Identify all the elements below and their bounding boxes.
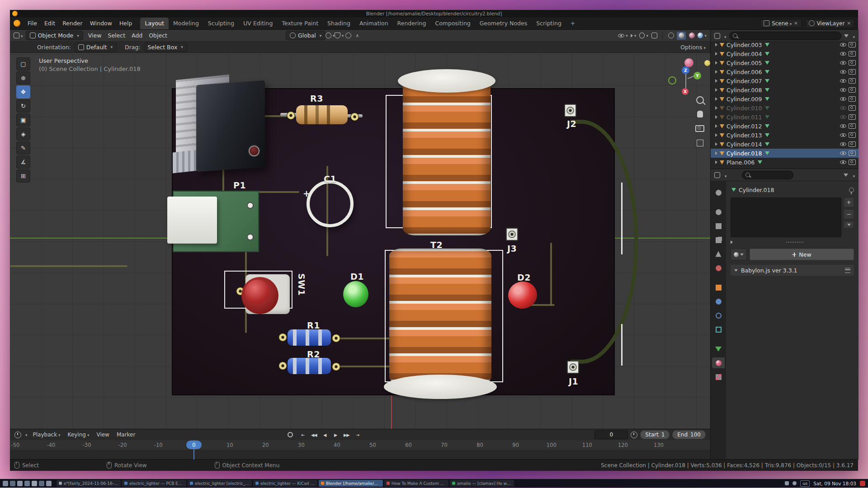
outliner-row[interactable]: Cylinder.004 bbox=[711, 49, 859, 58]
outliner-row[interactable]: Plane.006 bbox=[711, 158, 859, 167]
shading-wireframe-button[interactable] bbox=[666, 32, 675, 40]
disable-in-renders-toggle[interactable] bbox=[849, 42, 856, 47]
expand-icon[interactable] bbox=[715, 52, 717, 56]
expand-icon[interactable] bbox=[715, 70, 717, 74]
disable-in-renders-toggle[interactable] bbox=[849, 69, 856, 75]
taskbar-window-button[interactable]: electric_lighter — PCB Editor bbox=[122, 480, 186, 487]
jack-j2-object[interactable] bbox=[564, 104, 576, 117]
expand-icon[interactable] bbox=[715, 61, 717, 65]
filter-icon[interactable] bbox=[844, 34, 849, 38]
scene-dropdown[interactable]: Scene bbox=[772, 20, 792, 27]
disable-in-renders-toggle[interactable] bbox=[849, 150, 856, 156]
connector-p1-block-object[interactable] bbox=[167, 197, 217, 244]
material-slot-list[interactable] bbox=[731, 197, 841, 237]
orientation-value-dropdown[interactable]: Default bbox=[74, 42, 117, 52]
mode-dropdown[interactable]: Object Mode bbox=[26, 31, 83, 40]
object-name[interactable]: Cylinder.006 bbox=[726, 69, 762, 75]
editor-type-icon[interactable] bbox=[14, 33, 19, 38]
disable-in-renders-toggle[interactable] bbox=[849, 114, 856, 120]
object-name[interactable]: Cylinder.013 bbox=[726, 132, 762, 139]
object-name[interactable]: Cylinder.008 bbox=[726, 87, 762, 94]
taskbar-launcher-icon[interactable] bbox=[24, 481, 30, 486]
object-name[interactable]: Plane.006 bbox=[726, 159, 755, 166]
properties-tab[interactable] bbox=[712, 263, 725, 273]
outliner-row[interactable]: Cylinder.014 bbox=[711, 140, 859, 149]
new-material-button[interactable]: New bbox=[750, 249, 854, 260]
transport-button[interactable]: ▶ bbox=[330, 431, 340, 439]
hide-in-viewport-toggle[interactable] bbox=[840, 42, 846, 47]
gizmo-x-axis[interactable]: X bbox=[682, 88, 689, 95]
drag-grip[interactable] bbox=[786, 242, 803, 243]
disable-in-renders-toggle[interactable] bbox=[849, 51, 856, 56]
taskbar-window-button[interactable]: amalie — [clamav] He wants internet-clau… bbox=[450, 480, 514, 487]
overlays-dropdown[interactable] bbox=[639, 32, 648, 40]
properties-editor-caret[interactable] bbox=[723, 171, 727, 179]
timeline-menu-item[interactable]: Keying bbox=[65, 431, 92, 439]
transport-button[interactable]: ⇤ bbox=[298, 431, 308, 439]
object-name[interactable]: Cylinder.009 bbox=[726, 96, 762, 103]
hide-in-viewport-toggle[interactable] bbox=[840, 69, 846, 75]
object-name[interactable]: Cylinder.003 bbox=[726, 42, 762, 48]
hide-in-viewport-toggle[interactable] bbox=[840, 60, 846, 66]
tool-button[interactable]: ✎ bbox=[16, 141, 30, 155]
resistor-r2-object[interactable] bbox=[288, 358, 331, 374]
object-name[interactable]: Cylinder.010 bbox=[726, 105, 762, 112]
expand-icon[interactable] bbox=[715, 97, 717, 101]
expand-icon[interactable] bbox=[715, 160, 717, 164]
timeline-ruler[interactable]: -50-40-30-20-100102030405060708090100110… bbox=[10, 440, 710, 460]
properties-tab[interactable] bbox=[712, 187, 725, 198]
object-visibility-dropdown[interactable] bbox=[618, 32, 627, 40]
sphere-object[interactable] bbox=[249, 145, 259, 156]
camera-view-control[interactable] bbox=[694, 125, 705, 132]
properties-tab[interactable] bbox=[712, 235, 725, 245]
disable-in-renders-toggle[interactable] bbox=[849, 96, 856, 102]
tool-button[interactable]: ↻ bbox=[16, 99, 30, 113]
auto-keying-toggle[interactable] bbox=[285, 431, 295, 439]
gizmo-minus-axis[interactable] bbox=[668, 76, 676, 84]
blender-menu-icon[interactable] bbox=[14, 20, 20, 27]
jack-j1-object[interactable] bbox=[567, 361, 579, 374]
object-name[interactable]: Cylinder.012 bbox=[726, 123, 762, 130]
properties-tab[interactable] bbox=[712, 343, 725, 354]
object-name[interactable]: Cylinder.005 bbox=[726, 60, 762, 66]
pin-icon[interactable] bbox=[849, 188, 854, 192]
transistor-object[interactable] bbox=[196, 80, 265, 172]
notification-icon[interactable] bbox=[860, 481, 865, 486]
outliner-editor-icon[interactable] bbox=[714, 33, 720, 39]
taskbar-window-button[interactable]: electric_lighter — KiCad 8.0 bbox=[253, 480, 317, 487]
expand-icon[interactable] bbox=[715, 115, 717, 119]
workspace-tab[interactable]: Shading bbox=[323, 18, 355, 29]
disable-in-renders-toggle[interactable] bbox=[849, 78, 856, 84]
outliner-filter-caret[interactable] bbox=[851, 32, 855, 40]
timeline-menu-item[interactable]: Marker bbox=[114, 431, 138, 439]
tool-button[interactable]: ∡ bbox=[16, 155, 30, 169]
playhead[interactable]: 0 bbox=[186, 441, 202, 449]
transport-button[interactable]: ▶▶ bbox=[341, 431, 351, 439]
menu-item[interactable]: Window bbox=[86, 19, 116, 28]
resistor-r3-object[interactable] bbox=[296, 105, 348, 124]
shading-solid-button[interactable] bbox=[677, 32, 686, 40]
expand-icon[interactable] bbox=[715, 79, 717, 83]
timeline-track[interactable] bbox=[10, 450, 710, 460]
viewport-menu-item[interactable]: View bbox=[85, 31, 105, 40]
taskbar-window-button[interactable]: e*[fairly_2024-11-06-16-11-47_crop2] (ex… bbox=[57, 480, 121, 487]
menu-item[interactable]: Render bbox=[59, 19, 86, 28]
object-name[interactable]: Cylinder.004 bbox=[726, 51, 762, 57]
led-d1-object[interactable] bbox=[343, 281, 368, 307]
hide-in-viewport-toggle[interactable] bbox=[840, 78, 846, 84]
taskbar-launcher-icon[interactable] bbox=[39, 481, 44, 486]
frame-start-field[interactable]: Start 1 bbox=[640, 430, 670, 439]
outliner-display-mode-caret[interactable] bbox=[723, 32, 726, 40]
properties-tab[interactable] bbox=[712, 371, 725, 382]
resistor-r1-object[interactable] bbox=[288, 329, 331, 346]
taskbar-window-button[interactable]: Blender [/home/amalie/Desktop/blender/ci… bbox=[319, 480, 383, 487]
properties-tab[interactable] bbox=[712, 324, 725, 335]
workspace-tab[interactable]: Compositing bbox=[430, 18, 475, 29]
workspace-tab[interactable]: Texture Paint bbox=[277, 18, 323, 29]
transform-orientation-dropdown[interactable]: Global bbox=[286, 31, 326, 40]
viewport-menu-item[interactable]: Select bbox=[104, 31, 128, 40]
zoom-control[interactable] bbox=[694, 96, 705, 104]
taskbar-launcher-icon[interactable] bbox=[3, 481, 8, 486]
transport-button[interactable]: ◀◀ bbox=[309, 431, 319, 439]
viewport-menu-item[interactable]: Object bbox=[146, 31, 170, 40]
